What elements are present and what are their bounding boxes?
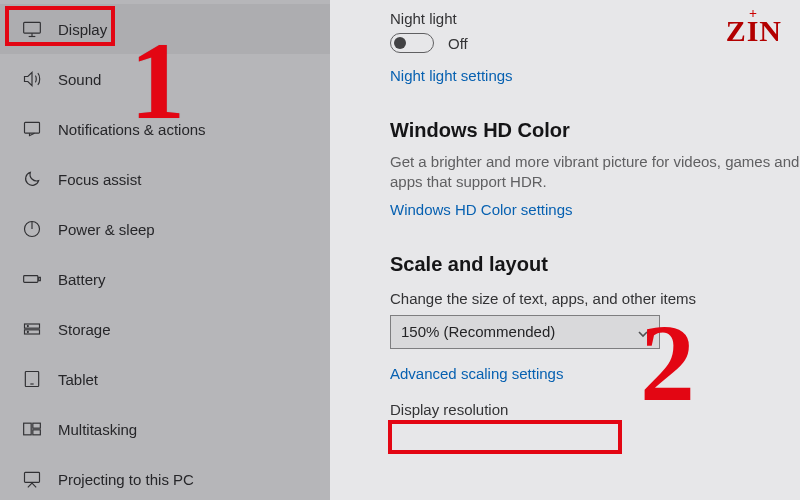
sidebar-item-battery[interactable]: Battery (0, 254, 330, 304)
night-light-toggle-state: Off (448, 35, 468, 52)
sidebar-item-label: Power & sleep (58, 221, 155, 238)
sidebar-item-multitasking[interactable]: Multitasking (0, 404, 330, 454)
night-light-label: Night light (390, 10, 800, 27)
chevron-down-icon (637, 326, 649, 338)
hd-color-settings-link[interactable]: Windows HD Color settings (390, 201, 573, 218)
svg-rect-4 (25, 122, 40, 133)
svg-rect-15 (24, 423, 32, 435)
settings-sidebar: Display Sound Notifications & actions Fo… (0, 0, 330, 500)
sidebar-item-label: Display (58, 21, 107, 38)
svg-rect-0 (24, 22, 41, 33)
sidebar-item-notifications[interactable]: Notifications & actions (0, 104, 330, 154)
toggle-knob (394, 37, 406, 49)
sidebar-item-label: Battery (58, 271, 106, 288)
sidebar-item-power-sleep[interactable]: Power & sleep (0, 204, 330, 254)
sidebar-item-tablet[interactable]: Tablet (0, 354, 330, 404)
sidebar-item-label: Notifications & actions (58, 121, 206, 138)
projecting-icon (22, 469, 42, 489)
svg-rect-16 (33, 423, 41, 428)
svg-marker-3 (25, 72, 33, 85)
svg-point-11 (27, 326, 28, 327)
multitasking-icon (22, 419, 42, 439)
sidebar-item-display[interactable]: Display (0, 4, 330, 54)
svg-rect-18 (25, 472, 40, 482)
sidebar-item-label: Storage (58, 321, 111, 338)
sidebar-item-sound[interactable]: Sound (0, 54, 330, 104)
settings-main-panel: Night light Off Night light settings Win… (330, 0, 800, 500)
moon-icon (22, 169, 42, 189)
scale-field-label: Change the size of text, apps, and other… (390, 290, 800, 307)
sidebar-item-focus-assist[interactable]: Focus assist (0, 154, 330, 204)
sidebar-item-label: Focus assist (58, 171, 141, 188)
sidebar-item-label: Multitasking (58, 421, 137, 438)
scale-layout-heading: Scale and layout (390, 253, 800, 276)
notifications-icon (22, 119, 42, 139)
power-icon (22, 219, 42, 239)
hd-color-description: Get a brighter and more vibrant picture … (390, 152, 800, 193)
night-light-settings-link[interactable]: Night light settings (390, 67, 513, 84)
hd-color-heading: Windows HD Color (390, 119, 800, 142)
battery-icon (22, 269, 42, 289)
night-light-toggle[interactable] (390, 33, 434, 53)
svg-rect-9 (25, 324, 40, 328)
svg-rect-17 (33, 430, 41, 435)
advanced-scaling-link[interactable]: Advanced scaling settings (390, 365, 563, 382)
sound-icon (22, 69, 42, 89)
svg-rect-10 (25, 330, 40, 334)
sidebar-item-storage[interactable]: Storage (0, 304, 330, 354)
svg-rect-8 (39, 277, 41, 280)
night-light-toggle-row: Off (390, 33, 800, 53)
storage-icon (22, 319, 42, 339)
monitor-icon (22, 19, 42, 39)
sidebar-item-label: Tablet (58, 371, 98, 388)
svg-rect-7 (24, 276, 38, 283)
sidebar-item-label: Projecting to this PC (58, 471, 194, 488)
scale-dropdown-value: 150% (Recommended) (401, 323, 555, 340)
display-resolution-label: Display resolution (390, 401, 800, 418)
tablet-icon (22, 369, 42, 389)
scale-dropdown[interactable]: 150% (Recommended) (390, 315, 660, 349)
sidebar-item-projecting[interactable]: Projecting to this PC (0, 454, 330, 500)
settings-window: Display Sound Notifications & actions Fo… (0, 0, 800, 500)
svg-point-12 (27, 331, 28, 332)
sidebar-item-label: Sound (58, 71, 101, 88)
